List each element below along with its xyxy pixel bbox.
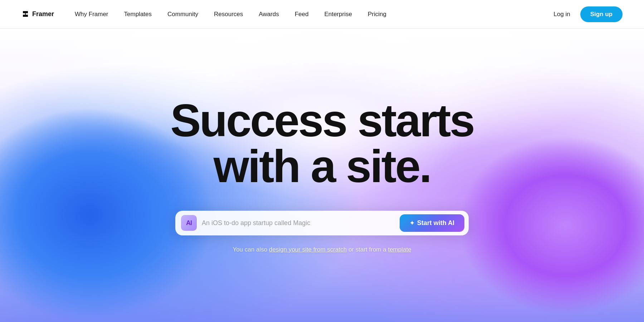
brand-name: Framer (32, 10, 54, 18)
hero-subtitle: You can also design your site from scrat… (233, 246, 411, 253)
hero-title-line2: with a site. (214, 141, 430, 192)
design-from-scratch-link[interactable]: design your site from scratch (269, 246, 347, 253)
nav-resources[interactable]: Resources (208, 8, 249, 21)
sparkle-icon: ✦ (410, 220, 414, 226)
hero-section: Success starts with a site. AI ✦ Start w… (0, 29, 644, 322)
nav-feed[interactable]: Feed (288, 8, 315, 21)
start-with-ai-button[interactable]: ✦ Start with AI (400, 214, 464, 232)
hero-content: Success starts with a site. AI ✦ Start w… (156, 98, 488, 253)
nav-why-framer[interactable]: Why Framer (68, 8, 115, 21)
nav-templates[interactable]: Templates (118, 8, 158, 21)
nav-actions: Log in Sign up (548, 6, 623, 22)
hero-title-line1: Success starts (170, 95, 474, 146)
start-ai-label: Start with AI (417, 219, 454, 227)
subtitle-prefix: You can also (233, 246, 269, 253)
nav-community[interactable]: Community (161, 8, 205, 21)
nav-links: Why Framer Templates Community Resources… (68, 8, 548, 21)
signup-button[interactable]: Sign up (580, 6, 623, 22)
ai-search-input[interactable] (202, 219, 400, 227)
ai-search-bar: AI ✦ Start with AI (175, 211, 469, 235)
navbar: Framer Why Framer Templates Community Re… (0, 0, 644, 29)
brand-logo[interactable]: Framer (21, 10, 54, 18)
template-link[interactable]: template (388, 246, 411, 253)
hero-title: Success starts with a site. (170, 98, 474, 189)
subtitle-middle: or start from a (347, 246, 388, 253)
nav-pricing[interactable]: Pricing (361, 8, 393, 21)
ai-icon: AI (181, 215, 197, 231)
nav-enterprise[interactable]: Enterprise (318, 8, 358, 21)
login-button[interactable]: Log in (548, 8, 576, 21)
nav-awards[interactable]: Awards (252, 8, 285, 21)
